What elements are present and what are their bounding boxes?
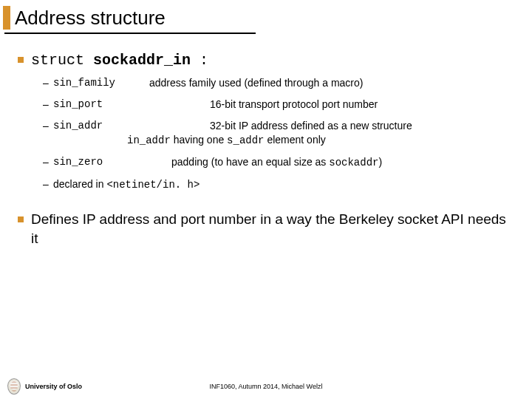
struct-name: sockaddr_in	[93, 52, 191, 69]
dash-icon: –	[43, 178, 53, 191]
sockaddr-code: sockaddr	[329, 157, 378, 168]
s-addr-code: s_addr	[227, 134, 264, 146]
university-crest-icon	[7, 378, 21, 395]
footer-left: University of Oslo	[7, 378, 82, 395]
bullet-square-icon	[18, 57, 24, 63]
field-sin-zero: – sin_zero padding (to have an equal siz…	[43, 155, 514, 170]
slide-title: Address structure	[10, 7, 166, 30]
declared-in-line: – declared in <netinet/in. h>	[43, 178, 514, 191]
slide-footer: University of Oslo INF1060, Autumn 2014,…	[0, 378, 532, 395]
addr-end: element only	[265, 134, 326, 146]
field-list: – sin_family address family used (define…	[43, 76, 514, 191]
declared-header: <netinet/in. h>	[106, 179, 200, 191]
field-sin-port: – sin_port 16-bit transport protocol por…	[43, 98, 514, 112]
in-addr-code: in_addr	[127, 134, 171, 146]
title-accent-bar	[3, 6, 10, 30]
declared-text: declared in <netinet/in. h>	[53, 178, 200, 191]
declared-pre: declared in	[53, 178, 106, 190]
field-sin-family: – sin_family address family used (define…	[43, 76, 514, 90]
field-name: sin_port	[53, 98, 149, 112]
field-name: sin_family	[53, 76, 149, 90]
dash-icon: –	[43, 98, 53, 112]
addr-mid: having one	[171, 134, 227, 146]
university-name: University of Oslo	[25, 383, 82, 390]
field-desc: 32-bit IP address defined as a new struc…	[210, 119, 514, 148]
bullet-defines: Defines IP address and port number in a …	[18, 210, 514, 248]
slide-content: struct sockaddr_in : – sin_family addres…	[0, 37, 532, 248]
zero-post: )	[378, 156, 382, 168]
title-underline	[4, 33, 256, 34]
struct-line: struct sockaddr_in :	[31, 52, 208, 69]
footer-course-info: INF1060, Autumn 2014, Michael Welzl	[210, 383, 323, 390]
zero-pre: padding (to have an equal size as	[171, 156, 329, 168]
addr-line1: 32-bit IP address defined as a new struc…	[210, 120, 412, 132]
bullet-struct: struct sockaddr_in :	[18, 52, 514, 69]
slide-header: Address structure	[0, 0, 532, 30]
field-sin-addr: – sin_addr 32-bit IP address defined as …	[43, 119, 514, 148]
dash-icon: –	[43, 155, 53, 170]
field-desc: address family used (defined through a m…	[149, 76, 514, 90]
dash-icon: –	[43, 119, 53, 148]
bullet-square-icon	[18, 216, 24, 222]
struct-suffix: :	[191, 52, 208, 69]
struct-keyword: struct	[31, 52, 93, 69]
defines-text: Defines IP address and port number in a …	[31, 210, 514, 248]
field-desc: 16-bit transport protocol port number	[210, 98, 514, 112]
dash-icon: –	[43, 76, 53, 90]
field-name: sin_zero	[53, 155, 149, 170]
field-desc: padding (to have an equal size as sockad…	[171, 155, 514, 170]
